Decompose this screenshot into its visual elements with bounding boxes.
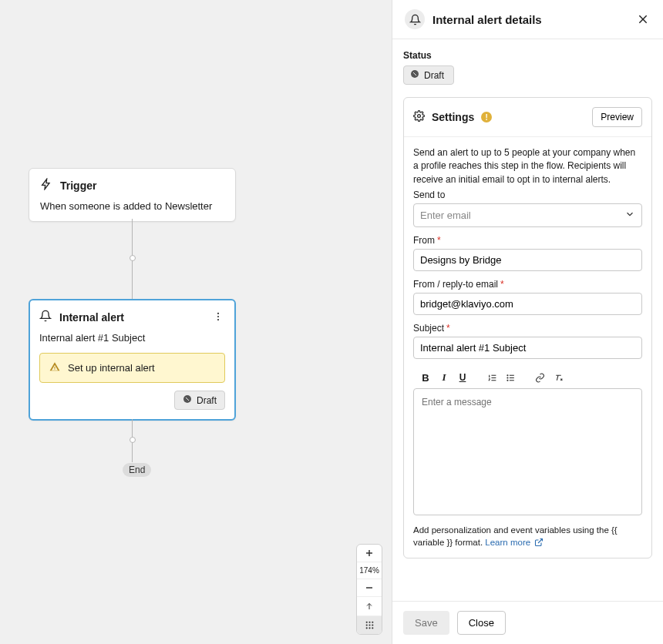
bolt-icon [40,178,52,193]
warning-badge-icon: ! [481,112,492,122]
bold-button[interactable]: B [418,370,433,385]
italic-button[interactable]: I [436,370,452,385]
zoom-out-button[interactable] [357,579,382,597]
subject-input[interactable] [413,337,642,359]
trigger-description: When someone is added to Newsletter [40,200,224,212]
gear-icon [413,110,425,124]
alert-card-title: Internal alert [59,311,124,324]
draft-badge: Draft [174,391,225,410]
svg-point-22 [507,377,507,378]
trigger-title: Trigger [60,179,96,192]
reply-to-label: From / reply-to email* [413,279,642,290]
fit-view-button[interactable] [357,597,382,616]
close-panel-button[interactable] [635,12,651,27]
send-to-label: Send to [413,190,642,200]
trigger-card[interactable]: Trigger When someone is added to Newslet… [29,168,236,222]
end-badge: End [123,463,151,477]
svg-point-10 [365,627,367,629]
draft-dot-icon [410,69,419,81]
preview-button[interactable]: Preview [592,107,642,127]
connector-node[interactable] [130,255,136,261]
clear-format-button[interactable] [550,370,566,385]
chevron-down-icon [624,209,635,222]
svg-point-9 [372,624,373,626]
close-button[interactable]: Close [457,611,506,635]
svg-point-12 [372,627,373,629]
svg-point-0 [217,313,219,314]
subject-label: Subject* [413,323,642,334]
draft-dot-icon [183,394,192,406]
status-label: Status [403,50,652,61]
connector-node[interactable] [130,437,136,443]
svg-point-7 [365,624,367,626]
send-to-select[interactable]: Enter email [413,203,642,227]
grid-button[interactable] [357,616,382,634]
panel-header: Internal alert details [392,0,663,39]
svg-point-8 [369,624,370,626]
learn-more-link[interactable]: Learn more [485,538,544,547]
warning-text: Set up internal alert [68,362,155,374]
bell-icon [405,9,425,29]
reply-to-input[interactable] [413,293,642,315]
svg-point-1 [217,316,219,317]
settings-description: Send an alert to up to 5 people at your … [413,146,642,186]
zoom-in-button[interactable] [357,545,382,562]
link-button[interactable] [532,370,547,385]
alert-card-subject: Internal alert #1 Subject [39,332,225,344]
svg-point-21 [507,374,507,375]
zoom-percent: 174% [357,562,382,579]
more-options-button[interactable] [211,310,225,324]
personalization-hint: Add personalization and event variables … [413,524,642,548]
panel-footer: Save Close [392,601,663,644]
status-badge: Draft [403,65,454,85]
warning-icon [49,361,60,374]
details-panel: Internal alert details Status Draft Sett… [392,0,663,644]
internal-alert-card[interactable]: Internal alert Internal alert #1 Subject… [29,299,236,421]
save-button[interactable]: Save [403,611,449,635]
from-input[interactable] [413,249,642,271]
ordered-list-button[interactable] [484,370,500,385]
unordered-list-button[interactable] [503,370,518,385]
svg-point-14 [418,115,421,118]
panel-title: Internal alert details [432,13,635,26]
message-input[interactable] [413,388,642,515]
underline-button[interactable]: U [455,370,470,385]
settings-title: Settings [432,111,474,123]
editor-toolbar: B I U [413,367,642,388]
flow-canvas[interactable]: Trigger When someone is added to Newslet… [0,0,392,644]
bell-icon [39,310,52,324]
from-label: From* [413,235,642,246]
svg-point-2 [217,319,219,320]
setup-warning[interactable]: Set up internal alert [39,353,225,383]
svg-point-5 [369,622,370,623]
settings-section: Settings ! Preview Send an alert to up t… [403,97,652,558]
svg-point-6 [372,622,373,623]
svg-point-11 [369,627,370,629]
svg-point-23 [507,380,507,381]
svg-point-4 [365,622,367,623]
zoom-controls: 174% [356,544,382,635]
